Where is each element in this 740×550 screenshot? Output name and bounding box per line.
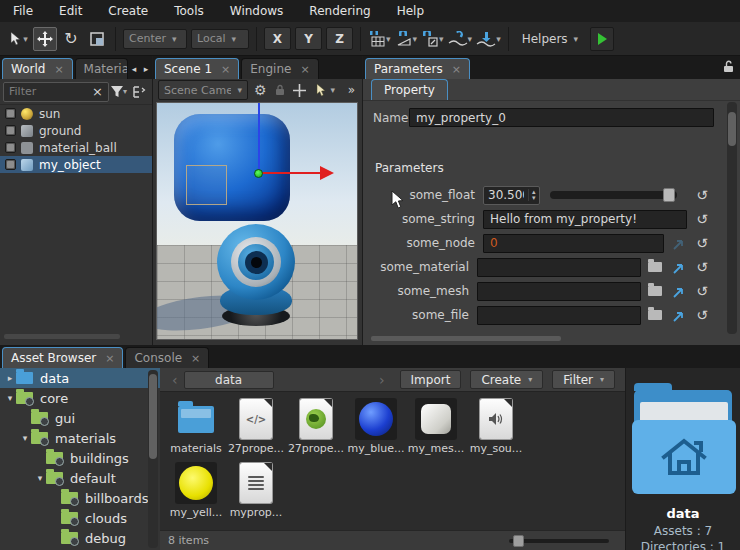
node-row-material-ball[interactable]: material_ball [0, 139, 152, 156]
close-icon[interactable]: × [300, 64, 309, 75]
viewport-settings-button[interactable]: ⚙ [254, 82, 267, 98]
chevron-down-icon[interactable]: ▾ [23, 34, 28, 44]
mesh-input[interactable] [477, 282, 641, 301]
overflow-icon[interactable]: » [348, 83, 355, 97]
gizmo-center-handle[interactable] [254, 169, 263, 178]
tree-item-billboards[interactable]: billboards [0, 488, 160, 508]
scroll-left-icon[interactable]: ◂ [128, 64, 140, 74]
params-vscrollbar[interactable] [727, 102, 737, 334]
collapse-icon[interactable]: ▾ [34, 473, 46, 483]
asset-item-materials[interactable]: materials [166, 397, 226, 459]
pick-node-button[interactable] [669, 235, 687, 251]
node-checkbox[interactable] [5, 159, 16, 170]
reset-button[interactable]: ↺ [693, 283, 711, 299]
params-hscrollbar[interactable] [371, 336, 561, 341]
node-input[interactable] [483, 234, 664, 253]
menu-edit[interactable]: Edit [46, 0, 95, 22]
gizmo-x-axis[interactable] [259, 172, 321, 174]
float-slider[interactable] [550, 191, 677, 199]
chevron-down-icon[interactable]: ▾ [413, 34, 418, 44]
pivot-dropdown[interactable]: Center ▾ [123, 29, 187, 49]
close-icon[interactable]: × [221, 64, 230, 75]
close-icon[interactable]: × [54, 64, 63, 75]
tree-item-clouds[interactable]: clouds [0, 508, 160, 528]
forward-icon[interactable]: › [373, 372, 391, 388]
rotate-tool-button[interactable]: ↻ [59, 27, 83, 51]
thumbnail-size-slider[interactable] [509, 539, 609, 543]
material-input[interactable] [477, 258, 641, 277]
expand-icon[interactable]: ▸ [4, 373, 16, 383]
select-tool-button[interactable]: ▾ [7, 27, 31, 51]
create-button[interactable]: Create ▾ [470, 370, 543, 389]
browse-mesh-button[interactable] [646, 283, 664, 299]
spin-down-icon[interactable]: ▾ [532, 195, 536, 201]
focus-button[interactable] [293, 84, 306, 97]
file-input[interactable] [477, 306, 641, 325]
node-row-sun[interactable]: sun [0, 105, 152, 122]
property-name-input[interactable] [409, 108, 714, 127]
axis-x-button[interactable]: X [264, 27, 291, 50]
tab-scene-1[interactable]: Scene 1 × [155, 58, 239, 79]
move-tool-button[interactable] [33, 27, 57, 51]
slider-handle[interactable] [513, 535, 524, 547]
asset-item-mesh[interactable]: my_mes... [406, 397, 466, 459]
scrollbar-thumb[interactable] [728, 112, 736, 146]
pick-file-button[interactable] [669, 307, 687, 323]
chevron-down-icon[interactable]: ▾ [386, 34, 391, 44]
pick-material-button[interactable] [669, 259, 687, 275]
tab-asset-browser[interactable]: Asset Browser × [2, 347, 123, 368]
breadcrumb-data[interactable]: data [184, 371, 274, 389]
menu-tools[interactable]: Tools [161, 0, 217, 22]
float-input[interactable] [484, 188, 528, 202]
asset-tree-vscrollbar[interactable] [148, 370, 158, 548]
spin-arrows[interactable]: ▴ ▾ [528, 189, 539, 201]
reset-button[interactable]: ↺ [693, 211, 711, 227]
gizmo-x-arrowhead[interactable] [320, 166, 334, 180]
import-button[interactable]: Import [400, 370, 462, 389]
asset-item-world-file[interactable]: 27prope... [286, 397, 346, 459]
collapse-icon[interactable]: ▾ [19, 433, 31, 443]
tab-engine[interactable]: Engine × [241, 58, 318, 79]
hierarchy-options-button[interactable] [129, 82, 149, 102]
camera-dropdown[interactable]: Scene Camer ▾ [158, 80, 248, 100]
filter-options-button[interactable]: ▾ [109, 82, 129, 102]
select-mode-icon[interactable] [315, 83, 328, 97]
chevron-down-icon[interactable]: ▾ [496, 34, 501, 44]
menu-file[interactable]: File [0, 0, 46, 22]
menu-help[interactable]: Help [384, 0, 437, 22]
unlock-icon[interactable] [723, 60, 734, 73]
asset-item-property-file[interactable]: </> 27prope... [226, 397, 286, 459]
filter-input[interactable] [4, 85, 87, 98]
filter-button[interactable]: Filter ▾ [552, 370, 615, 389]
material-ball-object[interactable] [217, 224, 295, 300]
snap-to-surface-button[interactable]: ▾ [448, 31, 473, 47]
node-row-my-object[interactable]: my_object [0, 156, 152, 173]
chevron-down-icon[interactable]: ▾ [439, 34, 444, 44]
reset-button[interactable]: ↺ [693, 187, 711, 203]
chevron-down-icon[interactable]: ▾ [331, 85, 336, 95]
drop-to-ground-button[interactable]: ▾ [476, 31, 501, 47]
space-dropdown[interactable]: Local ▾ [191, 29, 249, 49]
tree-item-buildings[interactable]: buildings [0, 448, 160, 468]
collapse-icon[interactable]: ▾ [4, 393, 16, 403]
lock-icon[interactable] [275, 84, 285, 96]
menu-create[interactable]: Create [95, 0, 161, 22]
clear-filter-icon[interactable]: × [87, 84, 108, 99]
browse-material-button[interactable] [646, 259, 664, 275]
scale-tool-button[interactable] [85, 27, 109, 51]
play-button[interactable] [590, 27, 614, 51]
asset-item-blue-material[interactable]: my_blue... [346, 397, 406, 459]
tab-parameters[interactable]: Parameters × [365, 58, 470, 79]
tree-item-core[interactable]: ▾ core [0, 388, 160, 408]
menu-rendering[interactable]: Rendering [296, 0, 383, 22]
chevron-down-icon[interactable]: ▾ [468, 34, 473, 44]
snap-to-grid-button[interactable]: ▾ [368, 31, 391, 47]
gizmo-z-axis[interactable] [258, 103, 260, 174]
node-checkbox[interactable] [5, 108, 16, 119]
axis-y-button[interactable]: Y [295, 27, 322, 50]
viewport-3d[interactable] [156, 102, 358, 340]
menu-windows[interactable]: Windows [217, 0, 297, 22]
float-spinbox[interactable]: ▴ ▾ [483, 186, 540, 205]
reset-button[interactable]: ↺ [693, 259, 711, 275]
tree-item-data[interactable]: ▸ data [0, 368, 160, 388]
